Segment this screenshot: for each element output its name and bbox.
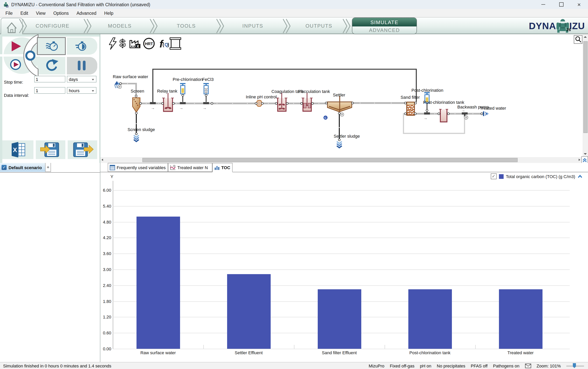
flow-label: Screen [131,89,144,93]
pre-chlorination-doser-unit[interactable] [180,83,186,102]
toolbar-pipe-roll-button[interactable] [170,38,181,49]
stop-time-input[interactable] [34,76,65,82]
tab-simulate[interactable]: SIMULATE [352,18,416,26]
reset-tile[interactable] [37,57,65,74]
scroll-down-arrow[interactable] [584,153,587,155]
y-axis-title: Y [110,174,113,179]
status-precipitates[interactable]: No precipitates [437,363,465,368]
y-tick-label: 3.60 [100,251,111,256]
settler-unit[interactable] [328,96,352,112]
scroll-right-arrow[interactable] [579,159,580,161]
x-category-label: Post-chlorination tank [385,350,475,355]
sand-filter-unit[interactable] [407,102,414,115]
app-logo-icon: 26 [3,1,9,8]
legend-checkbox[interactable]: ✓ [491,174,496,179]
backwash-loop-pipe[interactable] [403,114,464,133]
horizontal-scrollbar[interactable] [100,157,583,163]
coagulation-tank-unit[interactable] [276,93,287,111]
y-tick-label: 2.40 [100,283,111,288]
toolbar-energy-button[interactable] [109,38,116,49]
toolbar-function-button[interactable]: f ( Q ) [159,38,169,50]
close-button[interactable]: × [570,0,588,9]
scenario-tab-default[interactable]: ✓ Default scenario [0,163,45,172]
svg-text:26: 26 [6,5,8,7]
fecl3-doser-unit[interactable] [203,83,209,102]
menu-view[interactable]: View [32,11,49,15]
bar[interactable] [227,274,270,349]
menu-bar: File Edit View Options Advanced Help [0,9,588,18]
flow-label: Pre-chlorination [173,77,203,82]
envelope-icon[interactable] [525,363,531,368]
stop-icon[interactable] [26,51,34,60]
expand-panel-button[interactable] [581,156,588,164]
vertical-scroll-thumb[interactable] [583,41,588,133]
chevron-down-icon [92,79,94,81]
svg-text:→: → [151,106,155,110]
bar[interactable] [408,289,452,349]
menu-options[interactable]: Options [49,11,72,15]
scenario-checkbox[interactable]: ✓ [1,165,7,170]
prechlor-tee [180,102,186,104]
canvas-zoom-button[interactable] [574,35,582,43]
status-mizupro[interactable]: MizuPro [369,363,384,368]
bar[interactable] [318,289,361,349]
tab-configure[interactable]: CONFIGURE [21,18,84,34]
chevron-up-icon[interactable] [578,174,583,178]
bar[interactable] [136,216,180,349]
y-tick-label: 4.20 [100,236,111,240]
gridline [113,238,570,238]
export-buttons: X [0,140,100,161]
stop-time-unit-select[interactable]: days [67,76,96,82]
status-pathogens[interactable]: Pathogens on [493,363,519,368]
settler-sludge-discharge-icon [337,142,342,148]
status-ph[interactable]: pH on [420,363,432,368]
scroll-left-arrow[interactable] [102,159,103,161]
vertical-scrollbar[interactable] [583,34,588,157]
svg-text:→: → [423,116,427,120]
toolbar-cost-button[interactable]: $ [119,37,125,49]
post-chlorination-tank-unit[interactable] [439,109,448,122]
toolbar-emissions-button[interactable]: X [130,41,140,48]
maximize-button[interactable] [552,0,570,9]
scroll-up-arrow[interactable] [584,36,587,38]
svg-text:X: X [13,146,17,154]
tab-frequently-used-variables[interactable]: Frequently used variables [108,163,168,172]
run-tile-selected[interactable] [37,38,65,55]
recycle-line[interactable] [153,69,416,102]
bar[interactable] [499,289,542,349]
toolbar-hrt-button[interactable]: HRT [144,38,154,49]
menu-advanced[interactable]: Advanced [72,11,100,15]
inline-ph-control-unit[interactable] [257,100,261,106]
controller-badge[interactable]: C [324,116,328,120]
tab-models[interactable]: MODELS [89,18,151,34]
tab-toc[interactable]: TOC [212,163,233,172]
tab-simulate-advanced: SIMULATE ADVANCED [352,18,417,34]
fecl3-tee [203,102,209,104]
y-tick-label: 5.40 [100,204,111,208]
tab-treated-water-n[interactable]: Treated water N [168,163,212,172]
horizontal-scroll-thumb[interactable] [142,158,518,162]
menu-edit[interactable]: Edit [17,11,32,15]
tab-outputs[interactable]: OUTPUTS [288,18,350,34]
flocculation-tank-unit[interactable] [302,93,313,111]
tab-inputs[interactable]: INPUTS [222,18,284,34]
tab-tools[interactable]: TOOLS [155,18,217,34]
data-interval-unit-select[interactable]: hours [67,87,96,94]
relay-tank-unit[interactable] [162,93,174,111]
status-off-gas[interactable]: Fixed off-gas [390,363,414,368]
minimize-button[interactable] [534,0,552,9]
zoom-slider-handle[interactable] [573,363,576,368]
menu-help[interactable]: Help [100,11,117,15]
add-scenario-button[interactable]: + [45,163,51,172]
treated-water-sink-unit[interactable] [483,111,489,116]
zoom-slider[interactable] [566,363,584,369]
flow-label: Settler sludge [334,134,360,139]
y-tick-label: 1.80 [100,299,111,304]
chevron-down-icon [92,90,94,92]
status-pfas[interactable]: PFAS off [471,363,487,368]
data-interval-input[interactable] [34,87,65,94]
menu-file[interactable]: File [1,11,17,15]
pause-tile[interactable] [67,57,97,74]
screen-unit[interactable] [133,98,140,112]
tab-advanced[interactable]: ADVANCED [352,26,416,34]
